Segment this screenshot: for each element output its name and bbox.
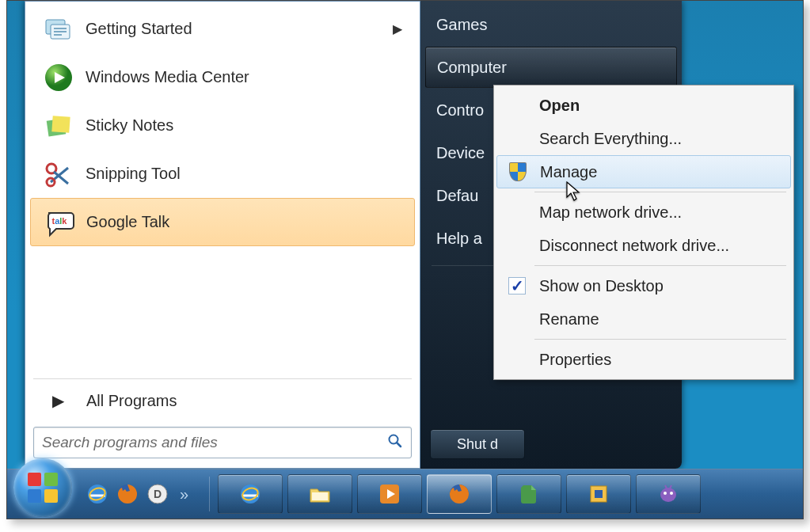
ctx-properties[interactable]: Properties bbox=[496, 343, 791, 376]
ctx-disconnect-drive[interactable]: Disconnect network drive... bbox=[496, 229, 791, 262]
task-explorer[interactable] bbox=[287, 474, 352, 514]
right-item-label: Defau bbox=[436, 187, 478, 205]
right-item-label: Contro bbox=[436, 101, 484, 120]
search-icon bbox=[387, 433, 403, 453]
context-menu-computer: Open Search Everything... Manage Map net… bbox=[493, 85, 794, 380]
program-google-talk[interactable]: talk Google Talk bbox=[30, 198, 415, 246]
ctx-label: Open bbox=[539, 97, 580, 115]
separator bbox=[534, 192, 786, 192]
taskbar-separator bbox=[209, 477, 210, 511]
task-ie[interactable] bbox=[218, 474, 283, 514]
ctx-map-drive[interactable]: Map network drive... bbox=[496, 196, 791, 229]
ctx-search-everything[interactable]: Search Everything... bbox=[496, 122, 791, 155]
snipping-tool-icon bbox=[36, 155, 81, 193]
ctx-label: Manage bbox=[540, 163, 597, 181]
svg-rect-26 bbox=[595, 490, 603, 498]
task-pidgin[interactable] bbox=[636, 474, 701, 514]
shutdown-button[interactable]: Shut d bbox=[430, 429, 525, 459]
svg-point-29 bbox=[670, 492, 673, 495]
svg-point-20 bbox=[241, 484, 260, 504]
program-label: Getting Started bbox=[86, 20, 192, 38]
task-wmp[interactable] bbox=[357, 474, 422, 514]
all-programs[interactable]: ▶ All Programs bbox=[25, 382, 420, 419]
check-icon: ✓ bbox=[506, 275, 528, 297]
arrow-right-icon: ▶ bbox=[52, 391, 64, 410]
ctx-open[interactable]: Open bbox=[496, 89, 791, 122]
task-vbox[interactable] bbox=[566, 474, 631, 514]
program-label: Snipping Tool bbox=[86, 165, 181, 183]
submenu-arrow-icon: ▶ bbox=[393, 21, 402, 36]
quicklaunch: D » bbox=[83, 480, 201, 508]
taskbar: D » bbox=[7, 469, 803, 519]
ctx-label: Map network drive... bbox=[539, 203, 682, 222]
ctx-show-on-desktop[interactable]: ✓ Show on Desktop bbox=[496, 269, 791, 302]
right-item-label: Device bbox=[436, 144, 485, 162]
svg-text:D: D bbox=[154, 488, 162, 500]
svg-rect-3 bbox=[54, 31, 67, 32]
svg-point-15 bbox=[88, 484, 107, 504]
ql-overflow[interactable]: » bbox=[173, 485, 195, 504]
start-button[interactable] bbox=[13, 458, 72, 517]
right-item-computer[interactable]: Computer bbox=[425, 47, 677, 88]
google-talk-icon: talk bbox=[37, 203, 82, 241]
program-windows-media-center[interactable]: Windows Media Center bbox=[30, 53, 415, 101]
search-area: Search programs and files bbox=[25, 419, 420, 468]
ql-firefox[interactable] bbox=[113, 480, 142, 508]
separator bbox=[534, 265, 786, 266]
right-item-games[interactable]: Games bbox=[425, 4, 677, 45]
right-item-label: Computer bbox=[437, 59, 507, 77]
separator bbox=[534, 339, 786, 340]
ctx-label: Search Everything... bbox=[539, 130, 682, 148]
svg-rect-22 bbox=[312, 492, 328, 500]
search-input[interactable]: Search programs and files bbox=[33, 427, 412, 458]
right-item-label: Help a bbox=[436, 230, 482, 248]
ql-ie[interactable] bbox=[83, 480, 112, 508]
program-label: Google Talk bbox=[86, 213, 169, 231]
windows-logo-icon bbox=[28, 473, 58, 503]
sticky-notes-icon bbox=[36, 107, 81, 145]
screenshot-frame: Getting Started ▶ Windows Media Center S… bbox=[6, 0, 804, 519]
program-sticky-notes[interactable]: Sticky Notes bbox=[30, 101, 415, 150]
ctx-label: Rename bbox=[539, 310, 599, 329]
wmc-icon bbox=[36, 59, 81, 97]
ctx-label: Properties bbox=[539, 351, 611, 369]
right-item-label: Games bbox=[436, 16, 487, 34]
program-snipping-tool[interactable]: Snipping Tool bbox=[30, 150, 415, 198]
ctx-manage[interactable]: Manage bbox=[496, 155, 791, 188]
svg-rect-2 bbox=[54, 28, 67, 29]
svg-rect-7 bbox=[51, 116, 70, 132]
getting-started-icon bbox=[36, 10, 81, 48]
ql-disc[interactable]: D bbox=[143, 480, 172, 508]
task-firefox[interactable] bbox=[427, 474, 492, 514]
program-getting-started[interactable]: Getting Started ▶ bbox=[30, 5, 415, 53]
shutdown-label: Shut d bbox=[457, 436, 498, 453]
search-placeholder: Search programs and files bbox=[42, 434, 387, 451]
ctx-label: Show on Desktop bbox=[539, 277, 664, 295]
shield-icon bbox=[507, 161, 529, 183]
task-evernote[interactable] bbox=[496, 474, 561, 514]
divider bbox=[33, 378, 412, 379]
program-label: Windows Media Center bbox=[86, 68, 249, 86]
program-list: Getting Started ▶ Windows Media Center S… bbox=[25, 2, 420, 375]
all-programs-label: All Programs bbox=[86, 392, 177, 410]
overflow-chevron-icon: » bbox=[180, 485, 188, 503]
svg-text:talk: talk bbox=[52, 216, 68, 226]
svg-line-14 bbox=[397, 443, 401, 446]
start-menu-left-pane: Getting Started ▶ Windows Media Center S… bbox=[25, 1, 420, 469]
program-label: Sticky Notes bbox=[86, 116, 173, 135]
svg-point-28 bbox=[664, 492, 667, 495]
shutdown-row: Shut d bbox=[425, 429, 677, 461]
svg-rect-4 bbox=[54, 34, 62, 36]
ctx-rename[interactable]: Rename bbox=[496, 302, 791, 336]
svg-point-27 bbox=[660, 488, 676, 502]
ctx-label: Disconnect network drive... bbox=[539, 237, 729, 255]
